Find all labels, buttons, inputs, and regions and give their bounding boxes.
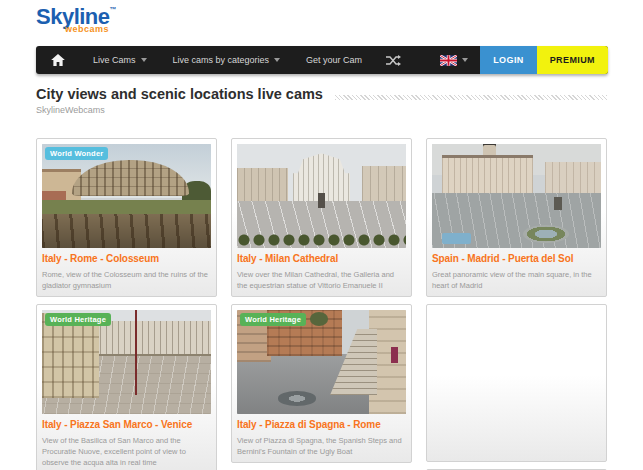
webcam-card-puerta-del-sol[interactable]: Spain - Madrid - Puerta del Sol Great pa… (426, 138, 607, 297)
webcam-card-piazza-san-marco[interactable]: World Heritage Italy - Piazza San Marco … (36, 304, 217, 470)
webcam-title[interactable]: Italy - Milan Cathedral (237, 253, 406, 265)
main-navbar: Live Cams Live cams by categories Get yo… (36, 46, 608, 74)
webcam-title[interactable]: Italy - Piazza San Marco - Venice (42, 419, 211, 431)
nav-item-live-cams-by-categories[interactable]: Live cams by categories (160, 46, 294, 74)
puerta-del-sol-image (432, 144, 601, 248)
grid-column-1: World Wonder Italy - Rome - Colosseum Ro… (36, 138, 217, 470)
building-shape (362, 166, 406, 202)
page-title: City views and scenic locations live cam… (36, 86, 323, 102)
webcam-thumbnail-milan-cathedral[interactable] (237, 144, 406, 248)
milan-cathedral-image (237, 144, 406, 248)
webcam-grid: World Wonder Italy - Rome - Colosseum Ro… (36, 138, 607, 470)
uk-flag-icon (440, 55, 457, 66)
chevron-down-icon (462, 58, 468, 62)
trees-shape (237, 234, 406, 248)
page-header: City views and scenic locations live cam… (36, 86, 607, 115)
building-shape (442, 158, 533, 195)
grid-column-2: Italy - Milan Cathedral View over the Mi… (231, 138, 412, 470)
trademark-symbol: ™ (110, 6, 117, 13)
webcam-card-piazza-di-spagna[interactable]: World Heritage Italy - Piazza di Spagna … (231, 304, 412, 463)
webcam-thumbnail-piazza-di-spagna[interactable]: World Heritage (237, 310, 406, 414)
world-wonder-badge: World Wonder (45, 147, 108, 160)
flagpole-shape (135, 310, 137, 395)
webcam-thumbnail-colosseum[interactable]: World Wonder (42, 144, 211, 248)
shuffle-icon (386, 55, 401, 66)
grid-column-3: Spain - Madrid - Puerta del Sol Great pa… (426, 138, 607, 470)
chevron-down-icon (274, 58, 280, 62)
bus-shape (442, 233, 471, 243)
skyline-logo[interactable]: Skyline™ webcams (36, 6, 116, 34)
webcam-title[interactable]: Italy - Piazza di Spagna - Rome (237, 419, 406, 431)
ruins-shape (42, 214, 211, 248)
world-heritage-badge: World Heritage (45, 313, 111, 326)
random-cam-button[interactable] (375, 46, 412, 74)
tree-shape (310, 312, 329, 326)
building-shape (237, 168, 288, 202)
statue-shape (554, 197, 562, 209)
banner-shape (391, 347, 398, 363)
statue-shape (318, 193, 325, 209)
nav-item-label: Live cams by categories (173, 55, 270, 65)
nav-item-label: Live Cams (93, 55, 136, 65)
home-icon (51, 54, 65, 66)
dotted-divider (335, 95, 607, 100)
webcam-description: Great panoramic view of the main square,… (432, 269, 601, 291)
chevron-down-icon (141, 58, 147, 62)
login-button[interactable]: LOGIN (480, 46, 537, 74)
language-selector[interactable] (428, 46, 480, 74)
nav-item-live-cams[interactable]: Live Cams (80, 46, 160, 74)
webcam-description: View of the Basilica of San Marco and th… (42, 435, 211, 468)
webcam-card-placeholder (426, 304, 607, 462)
webcam-title[interactable]: Spain - Madrid - Puerta del Sol (432, 253, 601, 265)
fountain-shape (523, 225, 569, 243)
world-heritage-badge: World Heritage (240, 313, 306, 326)
nav-item-label: Get your Cam (306, 55, 362, 65)
webcam-description: View of Piazza di Spagna, the Spanish St… (237, 435, 406, 457)
nav-item-get-your-cam[interactable]: Get your Cam (293, 46, 375, 74)
webcam-card-milan-cathedral[interactable]: Italy - Milan Cathedral View over the Mi… (231, 138, 412, 297)
webcam-description: Rome, view of the Colosseum and the ruin… (42, 269, 211, 291)
building-shape (545, 162, 601, 195)
webcam-thumbnail-puerta-del-sol[interactable] (432, 144, 601, 248)
webcam-card-colosseum[interactable]: World Wonder Italy - Rome - Colosseum Ro… (36, 138, 217, 297)
fountain-shape (278, 391, 317, 406)
webcam-thumbnail-piazza-san-marco[interactable]: World Heritage (42, 310, 211, 414)
page-subtitle: SkylineWebcams (36, 105, 607, 115)
premium-button[interactable]: PREMIUM (537, 46, 608, 74)
webcam-title[interactable]: Italy - Rome - Colosseum (42, 253, 211, 265)
navbar-spacer (412, 46, 428, 74)
home-button[interactable] (36, 46, 80, 74)
webcam-description: View over the Milan Cathedral, the Galle… (237, 269, 406, 291)
